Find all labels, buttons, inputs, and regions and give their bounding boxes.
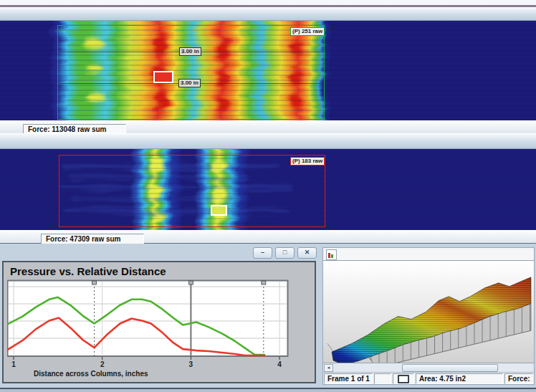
graph-window-controls: – □ ✕ xyxy=(253,247,317,259)
pressure-mapping-app: (P) 251 raw 3.00 in 3.00 in Force: 11304… xyxy=(0,0,536,392)
selection-rect-green[interactable] xyxy=(57,25,325,120)
svg-text:1: 1 xyxy=(11,360,16,368)
heatmap-top[interactable]: (P) 251 raw 3.00 in 3.00 in xyxy=(0,21,536,120)
window-bottom-edge xyxy=(0,388,536,392)
selection-rect-red[interactable] xyxy=(59,155,325,227)
restore-button[interactable]: □ xyxy=(275,247,295,259)
svg-text:4: 4 xyxy=(277,360,282,368)
svg-text:2: 2 xyxy=(100,360,105,368)
graph-panel: Pressure vs. Relative Distance 1234 Dist… xyxy=(2,261,316,383)
heatmap-middle[interactable]: (P) 183 raw xyxy=(0,149,536,230)
scrollbar-thumb[interactable] xyxy=(402,364,498,372)
sensor-window-top-titlebar[interactable] xyxy=(0,7,536,21)
3d-view-icon xyxy=(326,249,337,260)
view3d-window: ◄ Frame 1 of 1 Area: 4.75 in2 Force: 113… xyxy=(322,247,535,385)
force-readout-3d: Force: 113048 raw xyxy=(504,373,533,384)
surface-3d-view[interactable] xyxy=(323,260,534,363)
chart-canvas[interactable]: 1234 xyxy=(7,279,289,370)
cell-icon xyxy=(398,375,409,383)
peak-pressure-badge-middle: (P) 183 raw xyxy=(290,157,325,166)
pressure-distance-chart[interactable]: 1234 xyxy=(7,279,289,370)
graph-title: Pressure vs. Relative Distance xyxy=(4,262,315,279)
force-readout-middle: Force: 47309 raw sum xyxy=(41,234,144,244)
measurement-label-1: 3.00 in xyxy=(179,47,201,56)
view3d-scrollbar[interactable]: ◄ xyxy=(323,363,534,373)
peak-pressure-badge-top: (P) 251 raw xyxy=(290,27,325,36)
selected-cell-top[interactable] xyxy=(153,71,173,83)
sensor-window-middle-titlebar[interactable] xyxy=(0,133,536,149)
scroll-left-arrow[interactable]: ◄ xyxy=(324,364,333,372)
view3d-titlebar[interactable] xyxy=(323,248,534,260)
minimize-button[interactable]: – xyxy=(253,247,272,259)
surface-3d-canvas xyxy=(323,261,534,363)
status-bar-middle: Force: 47309 raw sum xyxy=(0,230,536,243)
toolbar-remnant xyxy=(0,0,536,7)
status-bar-top: Force: 113048 raw sum xyxy=(0,120,536,133)
measurement-label-2: 3.00 in xyxy=(178,79,201,87)
restore-icon: □ xyxy=(283,249,287,256)
view3d-status-bar: Frame 1 of 1 Area: 4.75 in2 Force: 11304… xyxy=(323,373,534,384)
sensor-window-top: (P) 251 raw 3.00 in 3.00 in Force: 11304… xyxy=(0,7,536,135)
minimize-icon: – xyxy=(261,249,264,256)
cell-mode-segment xyxy=(393,373,414,384)
x-axis-label: Distance across Columns, inches xyxy=(34,370,315,378)
bottom-pane: – □ ✕ Pressure vs. Relative Distance xyxy=(0,244,536,388)
graph-window: – □ ✕ Pressure vs. Relative Distance xyxy=(1,247,321,383)
svg-text:3: 3 xyxy=(189,360,193,368)
status-spacer xyxy=(374,373,391,384)
sensor-window-middle: (P) 183 raw Force: 47309 raw sum xyxy=(0,133,536,245)
close-icon: ✕ xyxy=(305,249,310,256)
close-button[interactable]: ✕ xyxy=(297,247,317,259)
frame-counter: Frame 1 of 1 xyxy=(324,373,373,384)
selected-cell-middle[interactable] xyxy=(211,205,227,216)
area-readout: Area: 4.75 in2 xyxy=(416,373,503,384)
